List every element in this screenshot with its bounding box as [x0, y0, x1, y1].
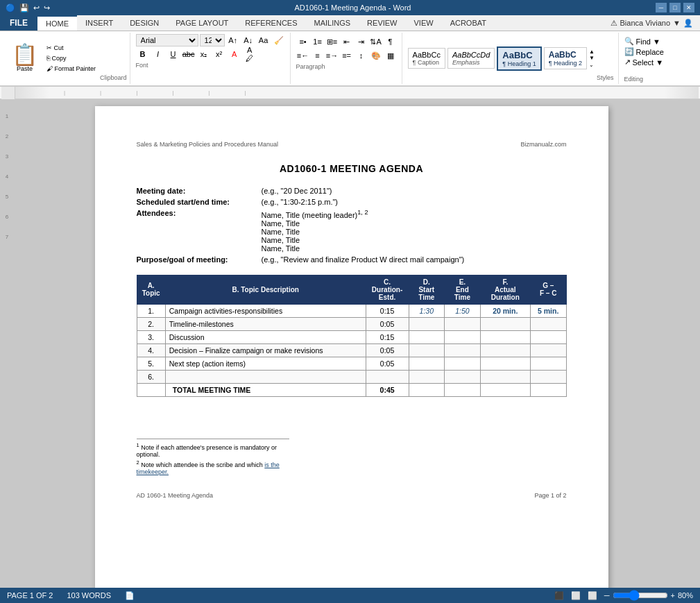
tab-page-layout[interactable]: PAGE LAYOUT: [167, 16, 237, 30]
select-button[interactable]: ↗ Select ▼: [624, 58, 664, 67]
attendees-row: Attendees: Name, Title (meeting leader)1…: [137, 209, 567, 253]
shading-button[interactable]: 🎨: [369, 49, 383, 62]
align-left-button[interactable]: ≡←: [296, 49, 310, 62]
quick-access-redo[interactable]: ↪: [44, 3, 50, 12]
multilevel-button[interactable]: ⊞≡: [325, 35, 339, 48]
quick-access-undo[interactable]: ↩: [33, 3, 40, 12]
row6-num: 6.: [137, 370, 165, 383]
cut-button[interactable]: ✂ Cut: [44, 43, 99, 53]
zoom-slider-input[interactable]: [613, 590, 668, 601]
bullets-button[interactable]: ≡•: [296, 35, 310, 48]
style-caption[interactable]: AaBbCc ¶ Caption: [408, 48, 445, 69]
font-size-select[interactable]: 12: [200, 34, 225, 46]
increase-indent-button[interactable]: ⇥: [355, 35, 368, 48]
view-print-icon[interactable]: ⬛: [554, 591, 564, 600]
tab-design[interactable]: DESIGN: [121, 16, 167, 30]
status-bar: PAGE 1 OF 2 103 WORDS 📄 ⬛ ⬜ ⬜ ─ + 80%: [0, 588, 700, 603]
maximize-button[interactable]: □: [669, 3, 681, 12]
tab-references[interactable]: REFERENCES: [237, 16, 305, 30]
align-right-button[interactable]: ≡→: [325, 49, 339, 62]
borders-button[interactable]: ▦: [384, 49, 398, 62]
file-tab[interactable]: FILE: [0, 15, 37, 31]
tab-home[interactable]: HOME: [37, 15, 77, 31]
row4-actual: [480, 343, 530, 357]
row3-actual: [480, 330, 530, 343]
right-scrollbar[interactable]: [689, 99, 700, 603]
replace-button[interactable]: 🔄 Replace: [624, 47, 664, 56]
subscript-button[interactable]: x₂: [197, 48, 211, 60]
close-button[interactable]: ✕: [683, 3, 694, 12]
tab-mailings[interactable]: MAILINGS: [306, 16, 359, 30]
text-color-button[interactable]: A: [228, 48, 241, 60]
decrease-indent-button[interactable]: ⇤: [340, 35, 354, 48]
find-dropdown-icon[interactable]: ▼: [653, 37, 660, 46]
zoom-controls: ─ + 80%: [604, 590, 693, 601]
change-case-button[interactable]: Aa: [257, 34, 271, 46]
italic-button[interactable]: I: [151, 48, 165, 60]
sort-button[interactable]: ⇅A: [369, 35, 383, 48]
row4-desc: Decision – Finalize campaign or make rev…: [165, 343, 366, 357]
tab-view[interactable]: VIEW: [406, 16, 442, 30]
tab-review[interactable]: REVIEW: [359, 16, 405, 30]
purpose-row: Purpose/goal of meeting: (e.g., "Review …: [137, 255, 567, 264]
justify-button[interactable]: ≡=: [340, 49, 354, 62]
row6-actual: [480, 370, 530, 383]
row4-diff: [530, 343, 566, 357]
title-bar: 🔵 💾 ↩ ↪ AD1060-1 Meeting Agenda - Word ─…: [0, 0, 700, 15]
shrink-font-button[interactable]: A↓: [241, 34, 255, 46]
zoom-in-button[interactable]: +: [671, 591, 675, 600]
view-read-icon[interactable]: ⬜: [588, 591, 597, 600]
highlight-button[interactable]: A🖊: [243, 48, 257, 60]
main-area: 1234567 Sales & Marketing Policies and P…: [0, 99, 700, 603]
styles-scroll[interactable]: ▲ ▼ ⌄: [589, 49, 595, 69]
tab-insert[interactable]: INSERT: [77, 16, 121, 30]
row5-num: 5.: [137, 357, 165, 370]
bold-button[interactable]: B: [136, 48, 150, 60]
footer-right: Page 1 of 2: [534, 492, 566, 499]
superscript-button[interactable]: x²: [212, 48, 226, 60]
document-area[interactable]: Sales & Marketing Policies and Procedure…: [14, 99, 689, 603]
tab-acrobat[interactable]: ACROBAT: [442, 16, 495, 30]
style-heading1[interactable]: AaBbC ¶ Heading 1: [497, 46, 541, 71]
find-button[interactable]: 🔍 Find ▼: [624, 37, 664, 46]
user-dropdown-icon[interactable]: ▼: [673, 19, 681, 27]
underline-button[interactable]: U: [167, 48, 180, 60]
font-family-select[interactable]: Arial: [136, 34, 198, 46]
purpose-label: Purpose/goal of meeting:: [137, 255, 262, 264]
row5-diff: [530, 357, 566, 370]
paste-button[interactable]: 📋 Paste: [6, 34, 44, 83]
style-emphasis[interactable]: AaBbCcDd Emphasis: [447, 48, 495, 69]
footnote-section: 1 Note if each attendee's presence is ma…: [137, 439, 289, 475]
word-count-icon[interactable]: 📄: [125, 591, 135, 600]
ruler-corner: [1, 87, 15, 99]
zoom-out-button[interactable]: ─: [604, 591, 610, 600]
document-title: AD1060-1 MEETING AGENDA: [137, 163, 567, 174]
clipboard-sub: ✂ Cut ⎘ Copy 🖌 Format Painter: [44, 34, 99, 83]
paragraph-group: ≡• 1≡ ⊞≡ ⇤ ⇥ ⇅A ¶ ≡← ≡ ≡→ ≡= ↕ 🎨 ▦ Parag…: [292, 33, 402, 84]
show-formatting-button[interactable]: ¶: [384, 35, 398, 48]
row2-diff: [530, 317, 566, 330]
copy-button[interactable]: ⎘ Copy: [44, 53, 99, 63]
strikethrough-button[interactable]: abc: [182, 48, 196, 60]
styles-label: Styles: [597, 74, 614, 83]
row2-start: [409, 317, 445, 330]
grow-font-button[interactable]: A↑: [226, 34, 240, 46]
attendee-3: Name, Title: [262, 228, 567, 236]
font-group: Arial 12 A↑ A↓ Aa 🧹 B I U abc x₂ x² A A🖊…: [132, 33, 291, 84]
quick-access-save[interactable]: 💾: [19, 3, 29, 12]
row1-num: 1.: [137, 304, 165, 317]
numbering-button[interactable]: 1≡: [311, 35, 325, 48]
align-center-button[interactable]: ≡: [311, 49, 325, 62]
view-web-icon[interactable]: ⬜: [571, 591, 581, 600]
line-spacing-button[interactable]: ↕: [355, 49, 368, 62]
zoom-level: 80%: [678, 591, 693, 600]
agenda-table: A.Topic B. Topic Description C.Duration-…: [137, 275, 567, 397]
style-heading2[interactable]: AaBbC ¶ Heading 2: [544, 47, 587, 69]
clear-format-button[interactable]: 🧹: [272, 34, 286, 46]
timekeeper-link[interactable]: is the timekeeper.: [137, 461, 280, 475]
minimize-button[interactable]: ─: [656, 3, 667, 12]
attendee-leader: Name, Title (meeting leader)1, 2: [262, 209, 567, 219]
table-row: 6.: [137, 370, 566, 383]
format-painter-button[interactable]: 🖌 Format Painter: [44, 64, 99, 74]
warning-icon: ⚠: [611, 19, 617, 28]
